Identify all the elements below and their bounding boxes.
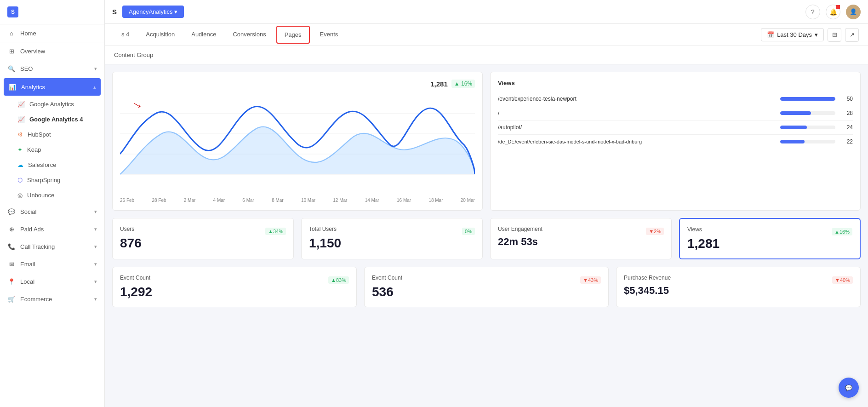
metric-badge-views: ▲16% xyxy=(832,228,852,235)
metric-badge-purchase-revenue: ▼40% xyxy=(832,276,853,284)
date-range-picker[interactable]: 📅 Last 30 Days ▾ xyxy=(761,28,824,41)
sidebar-item-analytics[interactable]: 📊 Analytics ▴ xyxy=(4,78,101,96)
tab-s4[interactable]: s 4 xyxy=(114,24,137,45)
metric-card-event-count2: Event Count ▼43% 536 xyxy=(364,267,609,307)
user-avatar[interactable]: 👤 xyxy=(846,5,861,19)
notifications-button[interactable]: 🔔 xyxy=(826,5,840,19)
sidebar-item-local[interactable]: 📍 Local ▾ xyxy=(0,273,104,290)
content-header: Content Group xyxy=(105,46,868,64)
sidebar-item-label: Keap xyxy=(27,146,41,153)
tab-label: s 4 xyxy=(121,31,129,38)
sidebar-item-label: Unbounce xyxy=(27,192,54,199)
sidebar-item-paid-ads[interactable]: ⊕ Paid Ads ▾ xyxy=(0,220,104,238)
x-label-3: 2 Mar xyxy=(184,198,196,203)
chart-badge: ▲ 16% xyxy=(451,80,475,88)
metric-badge-event-count2: ▼43% xyxy=(580,276,601,284)
sidebar-item-label: Email xyxy=(20,261,35,268)
metric-card-header: Event Count ▲83% xyxy=(120,275,349,285)
metric-card-header: Views ▲16% xyxy=(687,226,852,236)
sidebar-logo[interactable]: S xyxy=(0,0,104,24)
metric-value-user-engagement: 22m 53s xyxy=(498,236,664,248)
tab-label: Conversions xyxy=(233,31,266,38)
content-group-label: Content Group xyxy=(114,52,153,58)
salesforce-icon: ☁ xyxy=(17,161,23,168)
metric-value-views: 1,281 xyxy=(687,236,852,251)
x-label-10: 16 Mar xyxy=(397,198,411,203)
metric-title-users: Users xyxy=(120,226,134,232)
chevron-down-icon: ▾ xyxy=(815,31,818,38)
metric-badge-users: ▲34% xyxy=(265,228,286,235)
question-icon: ? xyxy=(811,8,815,16)
metric-title-views: Views xyxy=(687,226,702,233)
sidebar: S ⌂ Home ⊞ Overview 🔍 SEO ▾ 📊 Analytics … xyxy=(0,0,105,407)
chat-icon: 💬 xyxy=(7,207,16,216)
main-content: S AgencyAnalytics ▾ ? 🔔 👤 s 4 Acquisitio… xyxy=(105,0,868,407)
share-button[interactable]: ↗ xyxy=(845,28,859,42)
metric-card-header: Total Users 0% xyxy=(309,226,475,236)
metric-card-views: Views ▲16% 1,281 xyxy=(679,218,861,259)
chevron-down-icon: ▾ xyxy=(94,226,97,232)
sidebar-item-email[interactable]: ✉ Email ▾ xyxy=(0,255,104,273)
top-panels: 1,281 ▲ 16% → xyxy=(105,64,868,211)
x-label-5: 6 Mar xyxy=(242,198,254,203)
tab-pages[interactable]: Pages xyxy=(276,26,310,44)
sidebar-item-salesforce[interactable]: ☁ Salesforce xyxy=(0,157,104,172)
views-label-2: / xyxy=(498,110,777,116)
sidebar-item-ecommerce[interactable]: 🛒 Ecommerce ▾ xyxy=(0,290,104,308)
tab-conversions[interactable]: Conversions xyxy=(225,24,273,45)
bar-chart-icon: 📈 xyxy=(17,116,25,123)
tab-events[interactable]: Events xyxy=(313,24,346,45)
views-bar-3 xyxy=(780,126,807,129)
metric-badge-total-users: 0% xyxy=(462,228,475,235)
x-label-12: 20 Mar xyxy=(461,198,475,203)
sidebar-item-label: Google Analytics 4 xyxy=(29,116,83,123)
views-row-1: /event/experience-tesla-newport 50 xyxy=(498,92,853,106)
nav-tabs-actions: 📅 Last 30 Days ▾ ⊟ ↗ xyxy=(761,28,859,42)
topbar-brand: S xyxy=(112,8,117,16)
hubspot-icon: ⚙ xyxy=(17,131,23,138)
chevron-down-icon: ▾ xyxy=(94,66,97,72)
views-bar-container-4 xyxy=(780,140,835,143)
bell-icon: 🔔 xyxy=(829,8,837,16)
sidebar-item-google-analytics[interactable]: 📈 Google Analytics xyxy=(0,97,104,112)
sidebar-item-keap[interactable]: ✦ Keap xyxy=(0,142,104,157)
chat-bubble[interactable]: 💬 xyxy=(839,378,859,398)
topbar-brand-label: AgencyAnalytics ▾ xyxy=(129,8,177,15)
metric-value-event-count1: 1,292 xyxy=(120,285,349,299)
metric-value-total-users: 1,150 xyxy=(309,236,475,251)
sidebar-item-google-analytics-4[interactable]: 📈 Google Analytics 4 xyxy=(0,112,104,127)
sidebar-item-home[interactable]: ⌂ Home xyxy=(0,24,104,42)
bar-chart-icon: 📈 xyxy=(17,101,25,108)
views-count-4: 22 xyxy=(839,138,853,145)
views-count-3: 24 xyxy=(839,124,853,131)
metric-value-purchase-revenue: $5,345.15 xyxy=(624,285,853,297)
calendar-icon: 📅 xyxy=(767,31,774,38)
tab-acquisition[interactable]: Acquisition xyxy=(138,24,182,45)
metric-card-user-engagement: User Engagement ▼2% 22m 53s xyxy=(490,218,672,259)
date-range-label: Last 30 Days xyxy=(777,31,812,38)
sidebar-item-sharpspring[interactable]: ⬡ SharpSpring xyxy=(0,172,104,188)
metric-value-event-count2: 536 xyxy=(372,285,601,299)
views-bar-container-2 xyxy=(780,111,835,115)
metric-card-purchase-revenue: Purchase Revenue ▼40% $5,345.15 xyxy=(616,267,861,307)
line-chart-card: 1,281 ▲ 16% → xyxy=(112,72,483,211)
metric-title-event-count2: Event Count xyxy=(372,275,402,281)
sidebar-item-label: Home xyxy=(20,30,36,37)
sharpspring-icon: ⬡ xyxy=(17,177,23,183)
sidebar-item-seo[interactable]: 🔍 SEO ▾ xyxy=(0,60,104,77)
x-label-2: 28 Feb xyxy=(152,198,166,203)
sidebar-item-unbounce[interactable]: ◎ Unbounce xyxy=(0,188,104,203)
sidebar-item-hubspot[interactable]: ⚙ HubSpot xyxy=(0,127,104,142)
help-button[interactable]: ? xyxy=(805,5,820,19)
sidebar-item-call-tracking[interactable]: 📞 Call Tracking ▾ xyxy=(0,238,104,255)
chat-icon: 💬 xyxy=(845,384,852,391)
agency-analytics-button[interactable]: AgencyAnalytics ▾ xyxy=(122,6,184,18)
metric-badge-event-count1: ▲83% xyxy=(328,276,349,284)
tab-audience[interactable]: Audience xyxy=(184,24,223,45)
customize-columns-button[interactable]: ⊟ xyxy=(828,28,841,42)
sidebar-item-overview[interactable]: ⊞ Overview xyxy=(0,42,104,60)
metric-card-total-users: Total Users 0% 1,150 xyxy=(301,218,483,259)
sidebar-item-label: Overview xyxy=(20,48,45,55)
sidebar-item-social[interactable]: 💬 Social ▾ xyxy=(0,203,104,220)
notification-badge xyxy=(836,5,840,9)
